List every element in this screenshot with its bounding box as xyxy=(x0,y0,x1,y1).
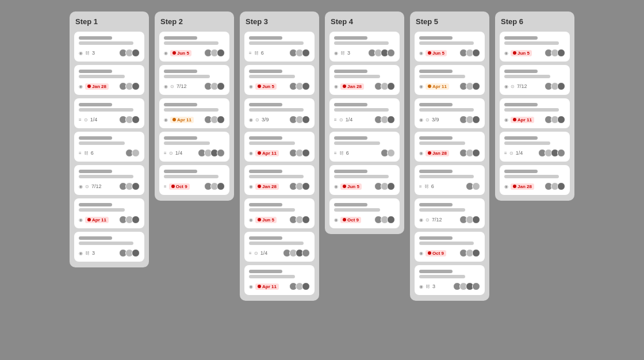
kanban-card[interactable]: ≡⛓6 xyxy=(244,32,315,62)
card-subtitle-line xyxy=(164,41,218,45)
date-badge: Apr 11 xyxy=(425,83,449,90)
alert-dot xyxy=(428,51,431,55)
kanban-card[interactable]: ≡⊙1/4 xyxy=(159,132,229,162)
card-meta: ◉⛓3 xyxy=(79,50,95,56)
kanban-card[interactable]: ◉Apr 11 xyxy=(244,132,315,162)
kanban-card[interactable]: ≡⊙1/4 xyxy=(329,98,400,128)
kanban-card[interactable]: ◉Jun 5 xyxy=(500,32,570,62)
kanban-card[interactable]: ◉Jun 5 xyxy=(159,32,229,62)
card-title-area xyxy=(334,170,395,178)
kanban-column: Step 6◉Jun 5◉⊙7/12◉Apr 11≡⊙1/4◉Jan 28 xyxy=(495,12,574,201)
card-title-line xyxy=(79,236,112,240)
avatar-group xyxy=(453,282,480,290)
check-icon: ⊙ xyxy=(84,117,88,122)
meta-value: 7/12 xyxy=(177,83,187,89)
card-subtitle-line xyxy=(334,108,389,112)
kanban-card[interactable]: ◉⊙3/9 xyxy=(415,98,485,128)
card-title-line xyxy=(419,270,453,273)
kanban-card[interactable]: ≡Oct 9 xyxy=(159,165,229,195)
card-footer: ◉Oct 9 xyxy=(419,249,480,257)
meta-value: 6 xyxy=(91,150,94,156)
link-icon: ⛓ xyxy=(425,284,430,289)
avatar-group xyxy=(545,49,565,57)
kanban-card[interactable]: ◉⊙7/12 xyxy=(159,65,229,95)
card-title-area xyxy=(79,236,140,245)
eye-icon: ◉ xyxy=(249,217,253,223)
card-footer: ◉Jan 28 xyxy=(419,149,480,157)
meta-value: 7/12 xyxy=(91,183,102,189)
kanban-card[interactable]: ◉Jan 28 xyxy=(415,132,485,162)
kanban-card[interactable]: ◉Oct 9 xyxy=(415,232,485,262)
kanban-card[interactable]: ≡⛓6 xyxy=(74,132,144,162)
kanban-card[interactable]: ◉Oct 9 xyxy=(329,198,400,228)
check-icon: ⊙ xyxy=(254,251,258,256)
card-footer: ≡⛓6 xyxy=(79,149,140,157)
kanban-card[interactable]: ◉⊙3/9 xyxy=(244,98,315,128)
avatar xyxy=(302,249,310,257)
kanban-card[interactable]: ◉Apr 11 xyxy=(415,65,485,95)
avatar xyxy=(217,49,225,57)
kanban-card[interactable]: ◉Jun 5 xyxy=(329,165,400,195)
card-title-area xyxy=(334,36,395,45)
kanban-card[interactable]: ◉Jan 28 xyxy=(500,165,570,195)
card-title-line xyxy=(249,103,282,106)
kanban-card[interactable]: ◉⊙7/12 xyxy=(500,65,570,95)
card-title-line xyxy=(249,170,282,173)
eye-icon: ◉ xyxy=(79,51,83,56)
kanban-card[interactable]: ◉⛓3 xyxy=(74,32,144,62)
card-footer: ◉Jun 5 xyxy=(419,49,480,57)
kanban-card[interactable]: ◉⊙7/12 xyxy=(415,198,485,228)
kanban-card[interactable]: ◉Jun 5 xyxy=(244,198,315,228)
avatar xyxy=(132,49,140,57)
card-title-line xyxy=(419,103,453,106)
kanban-card[interactable]: ≡⛓6 xyxy=(329,132,400,162)
avatar-group xyxy=(545,82,565,90)
kanban-card[interactable]: ≡⊙1/4 xyxy=(244,232,315,262)
kanban-card[interactable]: ◉⛓3 xyxy=(329,32,400,62)
kanban-card[interactable]: ◉Apr 11 xyxy=(159,98,229,128)
meta-value: 6 xyxy=(431,183,434,189)
date-text: Jun 5 xyxy=(262,84,274,89)
avatar-group xyxy=(374,82,395,90)
alert-dot xyxy=(87,218,91,221)
check-icon: ⊙ xyxy=(509,151,513,156)
kanban-card[interactable]: ◉Jan 28 xyxy=(329,65,400,95)
card-meta: ◉⊙7/12 xyxy=(504,83,527,89)
alert-dot xyxy=(258,285,261,288)
card-subtitle-line xyxy=(419,275,465,278)
card-footer: ≡⛓6 xyxy=(249,49,310,57)
avatar xyxy=(472,216,480,224)
kanban-card[interactable]: ◉Jan 28 xyxy=(74,65,144,95)
kanban-card[interactable]: ◉Apr 11 xyxy=(74,198,144,228)
kanban-card[interactable]: ◉Apr 11 xyxy=(500,98,570,128)
kanban-card[interactable]: ◉⊙7/12 xyxy=(74,165,144,195)
alert-dot xyxy=(428,151,431,155)
kanban-card[interactable]: ◉⛓3 xyxy=(415,265,485,295)
card-title-area xyxy=(419,136,480,145)
avatar xyxy=(217,149,225,157)
kanban-card[interactable]: ◉Jun 5 xyxy=(244,65,315,95)
card-meta: ◉Apr 11 xyxy=(249,284,279,290)
kanban-card[interactable]: ◉Jan 28 xyxy=(244,165,315,195)
kanban-card[interactable]: ◉Jun 5 xyxy=(415,32,485,62)
card-subtitle-line xyxy=(249,141,295,145)
date-badge: Jun 5 xyxy=(511,50,532,56)
kanban-card[interactable]: ◉⛓3 xyxy=(74,232,144,262)
eye-icon: ◉ xyxy=(249,151,253,156)
card-meta: ◉Jun 5 xyxy=(419,50,447,56)
card-subtitle-line xyxy=(79,208,125,212)
meta-value: 1/4 xyxy=(346,117,353,122)
card-title-line xyxy=(504,70,538,73)
card-footer: ◉Apr 11 xyxy=(79,216,140,224)
card-title-line xyxy=(419,203,453,206)
card-meta: ◉Oct 9 xyxy=(334,217,361,223)
avatar xyxy=(387,116,395,124)
kanban-card[interactable]: ≡⊙1/4 xyxy=(500,132,570,162)
kanban-card[interactable]: ≡⊙1/4 xyxy=(74,98,144,128)
card-meta: ≡⛓6 xyxy=(79,150,94,156)
card-title-area xyxy=(79,203,140,212)
avatar-group xyxy=(459,116,480,124)
card-title-line xyxy=(79,203,112,206)
kanban-card[interactable]: ≡⛓6 xyxy=(415,165,485,195)
kanban-card[interactable]: ◉Apr 11 xyxy=(244,265,315,295)
